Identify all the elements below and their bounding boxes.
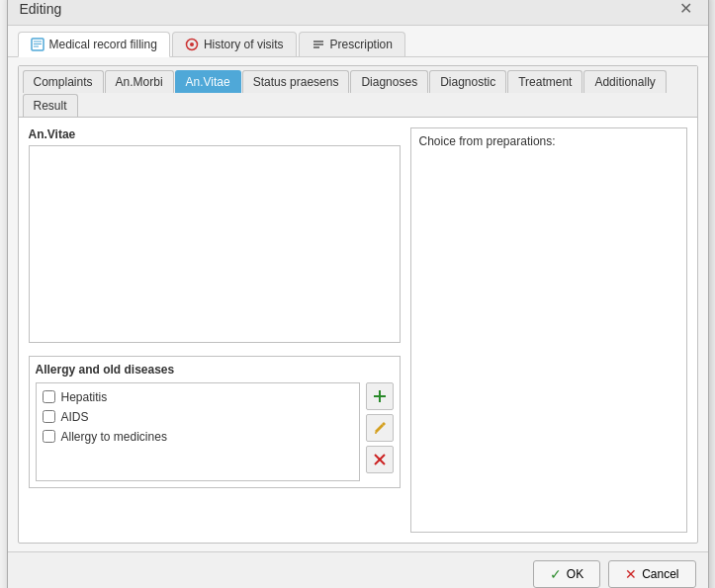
tab-treatment[interactable]: Treatment <box>507 70 582 93</box>
dialog-footer: ✓ OK ✕ Cancel <box>8 551 708 589</box>
right-pane: Choice from preparations: <box>410 127 687 533</box>
close-button[interactable]: ✕ <box>675 1 696 17</box>
allergy-body: Hepatitis AIDS Allergy to medicines <box>36 382 394 481</box>
ok-button[interactable]: ✓ OK <box>533 560 600 588</box>
tab-treatment-label: Treatment <box>518 75 572 89</box>
tab-additionally-label: Additionally <box>594 75 655 89</box>
label-aids: AIDS <box>61 410 89 424</box>
tab-body: An.Vitae Allergy and old diseases Hepati… <box>19 118 697 543</box>
dialog-title: Editing <box>20 1 62 17</box>
history-icon <box>185 38 199 51</box>
allergy-actions <box>366 382 394 473</box>
tab-an-morbi[interactable]: An.Morbi <box>105 70 174 93</box>
tab-history-of-visits[interactable]: History of visits <box>172 32 297 56</box>
inner-panel: Complaints An.Morbi An.Vitae Status prae… <box>18 65 698 544</box>
cancel-button[interactable]: ✕ Cancel <box>608 560 695 588</box>
editing-dialog: Editing ✕ Medical record filling <box>7 0 709 588</box>
delete-allergy-button[interactable] <box>366 446 394 473</box>
left-pane: An.Vitae Allergy and old diseases Hepati… <box>29 127 401 533</box>
ok-icon: ✓ <box>550 566 562 582</box>
top-tab-bar: Medical record filling History of visits… <box>8 26 708 57</box>
tab-additionally[interactable]: Additionally <box>583 70 666 93</box>
tab-medical-record-label: Medical record filling <box>49 38 157 51</box>
checkbox-hepatitis[interactable] <box>43 390 55 403</box>
tab-complaints[interactable]: Complaints <box>23 70 104 93</box>
tab-diagnostic-label: Diagnostic <box>440 75 495 89</box>
tab-status-praesens[interactable]: Status praesens <box>242 70 350 93</box>
label-allergy-medicines: Allergy to medicines <box>61 430 167 444</box>
tab-status-praesens-label: Status praesens <box>253 75 339 89</box>
inner-tab-bar: Complaints An.Morbi An.Vitae Status prae… <box>19 66 697 118</box>
tab-complaints-label: Complaints <box>34 75 93 89</box>
tab-diagnostic[interactable]: Diagnostic <box>429 70 506 93</box>
an-vitae-textarea[interactable] <box>29 145 401 343</box>
medical-record-icon <box>31 38 45 51</box>
add-allergy-button[interactable] <box>366 382 394 410</box>
tab-history-label: History of visits <box>204 38 284 51</box>
tab-diagnoses[interactable]: Diagnoses <box>350 70 428 93</box>
tab-diagnoses-label: Diagnoses <box>361 75 417 89</box>
main-content: Complaints An.Morbi An.Vitae Status prae… <box>8 57 708 551</box>
an-vitae-label: An.Vitae <box>29 127 401 141</box>
edit-allergy-button[interactable] <box>366 414 394 442</box>
svg-point-5 <box>190 42 194 46</box>
choice-from-preparations-label: Choice from preparations: <box>411 128 686 154</box>
tab-result[interactable]: Result <box>23 94 78 117</box>
ok-label: OK <box>567 567 583 581</box>
label-hepatitis: Hepatitis <box>61 390 108 404</box>
checkbox-allergy-medicines[interactable] <box>43 430 55 443</box>
tab-medical-record[interactable]: Medical record filling <box>18 32 170 57</box>
allergy-section: Allergy and old diseases Hepatitis AIDS <box>29 356 401 488</box>
an-vitae-section: An.Vitae <box>29 127 401 346</box>
tab-an-vitae-label: An.Vitae <box>186 75 230 89</box>
title-bar: Editing ✕ <box>8 0 708 26</box>
tab-result-label: Result <box>34 99 67 113</box>
tab-an-vitae[interactable]: An.Vitae <box>175 70 241 93</box>
allergy-item-hepatitis: Hepatitis <box>41 387 355 407</box>
cancel-icon: ✕ <box>625 566 637 582</box>
allergy-header: Allergy and old diseases <box>36 363 394 377</box>
tab-prescription[interactable]: Prescription <box>299 32 405 56</box>
tab-an-morbi-label: An.Morbi <box>116 75 163 89</box>
allergy-list: Hepatitis AIDS Allergy to medicines <box>36 382 360 481</box>
cancel-label: Cancel <box>642 567 678 581</box>
tab-prescription-label: Prescription <box>330 38 393 51</box>
checkbox-aids[interactable] <box>43 410 55 423</box>
prescription-icon <box>312 38 325 51</box>
allergy-item-aids: AIDS <box>41 407 355 427</box>
allergy-item-allergy-medicines: Allergy to medicines <box>41 427 355 447</box>
